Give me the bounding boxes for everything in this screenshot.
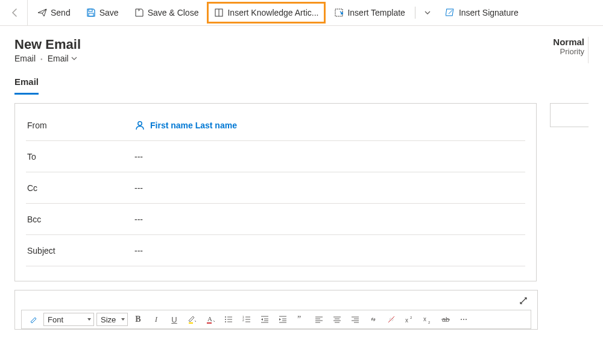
sub-icon: x2 — [423, 315, 432, 324]
svg-text:2: 2 — [428, 321, 431, 324]
svg-rect-0 — [89, 9, 92, 11]
blockquote-button[interactable]: ” — [293, 313, 309, 326]
size-select[interactable]: Size — [96, 313, 128, 326]
from-value: First name Last name — [150, 121, 237, 130]
svg-point-50 — [463, 319, 464, 320]
format-painter-button[interactable] — [25, 313, 41, 326]
svg-rect-1 — [89, 13, 93, 16]
svg-point-11 — [225, 319, 226, 320]
editor-panel: Font Size B I U A 12 ” — [14, 290, 538, 330]
subscript-button[interactable]: x2 — [420, 313, 435, 326]
svg-point-49 — [461, 319, 462, 320]
bcc-label: Bcc — [26, 215, 134, 224]
save-close-button[interactable]: Save & Close — [128, 3, 205, 22]
from-field[interactable]: First name Last name — [134, 120, 237, 131]
bold-button[interactable]: B — [130, 313, 146, 326]
insert-signature-button[interactable]: Insert Signature — [440, 3, 525, 22]
svg-text:2: 2 — [410, 316, 412, 319]
subject-row: Subject --- — [26, 235, 525, 266]
insert-knowledge-button[interactable]: Insert Knowledge Artic... — [208, 3, 324, 22]
priority-field[interactable]: Normal Priority — [553, 37, 589, 63]
highlight-icon — [188, 315, 197, 324]
cc-row: Cc --- — [26, 172, 525, 204]
svg-text:A: A — [207, 315, 212, 322]
highlight-button[interactable] — [185, 313, 200, 326]
book-icon — [214, 8, 224, 17]
page-header: New Email Email ● Email Normal Priority — [0, 26, 603, 67]
align-center-button[interactable] — [329, 313, 345, 326]
from-label: From — [26, 121, 134, 130]
align-right-button[interactable] — [347, 313, 363, 326]
back-arrow-icon — [10, 8, 20, 17]
save-button[interactable]: Save — [80, 3, 125, 22]
priority-label: Priority — [553, 47, 584, 56]
svg-point-51 — [466, 319, 467, 320]
person-icon — [134, 120, 145, 131]
italic-button[interactable]: I — [148, 313, 164, 326]
to-field[interactable]: --- — [134, 152, 143, 162]
numbers-icon: 12 — [242, 315, 251, 324]
template-dropdown[interactable] — [419, 3, 436, 22]
save-close-label: Save & Close — [148, 8, 199, 17]
underline-button[interactable]: U — [166, 313, 182, 326]
bullet-list-button[interactable] — [221, 313, 236, 326]
insert-signature-label: Insert Signature — [459, 8, 519, 17]
font-color-icon: A — [206, 315, 215, 324]
sup-icon: x2 — [405, 315, 414, 324]
breadcrumb-root[interactable]: Email — [14, 54, 36, 63]
superscript-button[interactable]: x2 — [402, 313, 417, 326]
breadcrumb-entity[interactable]: Email — [48, 54, 77, 63]
priority-value: Normal — [553, 37, 584, 47]
font-select[interactable]: Font — [43, 313, 94, 326]
signature-icon — [446, 8, 455, 17]
strike-icon: abc — [441, 315, 450, 324]
chevron-down-icon — [71, 55, 77, 61]
expand-button[interactable] — [519, 297, 528, 305]
numbered-list-button[interactable]: 12 — [239, 313, 254, 326]
insert-template-label: Insert Template — [347, 8, 405, 17]
from-row: From First name Last name — [26, 110, 525, 141]
align-left-button[interactable] — [311, 313, 327, 326]
indent-icon — [279, 315, 287, 324]
side-panel[interactable] — [550, 103, 589, 127]
save-label: Save — [99, 8, 119, 17]
subject-field[interactable]: --- — [134, 246, 143, 256]
template-icon — [334, 8, 344, 17]
align-left-icon — [315, 315, 323, 324]
link-icon — [369, 315, 377, 324]
strike-button[interactable]: abc — [438, 313, 453, 326]
editor-toolbar: Font Size B I U A 12 ” — [21, 310, 531, 329]
command-bar: Send Save Save & Close Insert Knowledge … — [0, 0, 603, 26]
send-icon — [37, 8, 47, 17]
indent-button[interactable] — [275, 313, 291, 326]
font-color-button[interactable]: A — [203, 313, 218, 326]
paint-icon — [29, 315, 37, 324]
send-button[interactable]: Send — [31, 3, 77, 22]
email-form: From First name Last name To --- Cc --- … — [14, 103, 537, 281]
more-button[interactable] — [456, 313, 472, 326]
svg-point-10 — [225, 316, 226, 318]
outdent-button[interactable] — [257, 313, 273, 326]
save-close-icon — [134, 8, 144, 17]
breadcrumb-separator: ● — [40, 57, 43, 61]
cc-field[interactable]: --- — [134, 183, 143, 193]
outdent-icon — [260, 315, 269, 324]
align-center-icon — [333, 315, 341, 324]
svg-text:x: x — [423, 316, 426, 322]
insert-knowledge-label: Insert Knowledge Artic... — [227, 8, 318, 17]
svg-text:2: 2 — [242, 318, 244, 322]
unlink-button[interactable] — [384, 313, 399, 326]
tab-email[interactable]: Email — [14, 71, 39, 95]
unlink-icon — [387, 315, 396, 324]
ellipsis-icon — [459, 315, 468, 324]
back-button[interactable] — [2, 0, 28, 26]
svg-point-6 — [138, 121, 142, 125]
insert-template-button[interactable]: Insert Template — [328, 3, 411, 22]
bcc-field[interactable]: --- — [134, 215, 143, 224]
svg-point-12 — [225, 321, 226, 322]
svg-line-42 — [388, 316, 394, 322]
align-right-icon — [351, 315, 359, 324]
page-title: New Email — [14, 37, 81, 52]
link-button[interactable] — [365, 313, 381, 326]
to-label: To — [26, 152, 134, 162]
